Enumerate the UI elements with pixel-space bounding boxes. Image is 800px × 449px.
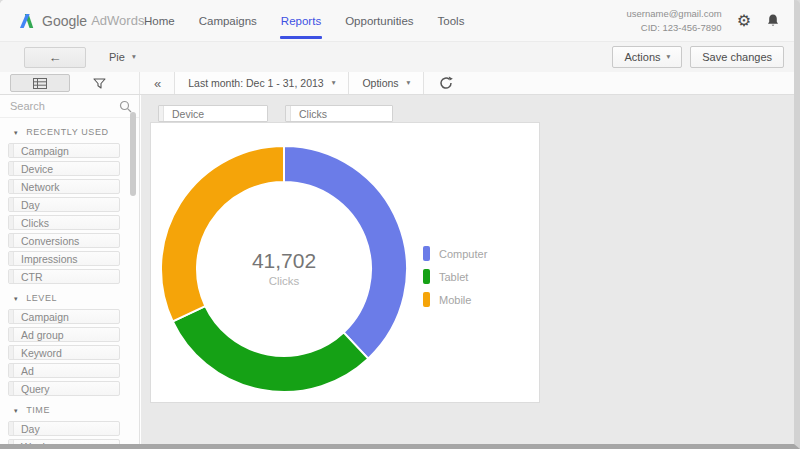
account-email: username@gmail.com bbox=[626, 7, 721, 20]
sidebar-item[interactable]: Week bbox=[8, 439, 120, 444]
sidebar-item-label: Ad group bbox=[21, 329, 64, 341]
sidebar-item[interactable]: Network bbox=[8, 179, 120, 194]
filter-funnel-button[interactable] bbox=[70, 74, 128, 92]
legend-swatch bbox=[423, 246, 430, 261]
account-cid: CID: 123-456-7890 bbox=[626, 21, 721, 34]
chevron-down-icon: ▾ bbox=[332, 79, 336, 87]
sidebar-item[interactable]: Day bbox=[8, 197, 120, 212]
section-items: Campaign Ad group Keyword Ad bbox=[0, 309, 139, 396]
nav-reports[interactable]: Reports bbox=[269, 0, 333, 41]
top-navigation-bar: Google AdWords Home Campaigns Reports Op… bbox=[0, 0, 794, 42]
donut-segment-mobile[interactable] bbox=[161, 146, 284, 321]
sidebar-scrollbar-thumb[interactable] bbox=[130, 112, 136, 196]
legend-swatch bbox=[423, 269, 430, 284]
options-label: Options bbox=[362, 77, 398, 89]
main-nav: Home Campaigns Reports Opportunities Too… bbox=[132, 0, 476, 41]
nav-tools[interactable]: Tools bbox=[426, 0, 477, 41]
sidebar-item-label: Ad bbox=[21, 365, 34, 377]
sidebar-section-level: ▾ LEVEL Campaign Ad group Keyword bbox=[0, 293, 139, 396]
nav-campaigns[interactable]: Campaigns bbox=[187, 0, 269, 41]
refresh-button[interactable] bbox=[439, 72, 453, 94]
chevron-down-icon: ▾ bbox=[407, 79, 411, 87]
sidebar-item-label: Day bbox=[21, 423, 40, 435]
chart-type-label: Pie bbox=[109, 51, 125, 63]
sidebar-item[interactable]: Campaign bbox=[8, 309, 120, 324]
actions-group: Actions ▾ Save changes bbox=[612, 46, 784, 68]
section-header-recently-used[interactable]: ▾ RECENTLY USED bbox=[14, 127, 139, 137]
sidebar-item[interactable]: Clicks bbox=[8, 215, 120, 230]
brand-google: Google bbox=[42, 13, 87, 29]
double-chevron-left-icon: « bbox=[154, 76, 161, 91]
chevron-down-icon: ▾ bbox=[132, 53, 136, 61]
sidebar-item-label: Device bbox=[21, 163, 53, 175]
save-changes-button[interactable]: Save changes bbox=[690, 46, 784, 68]
list-view-button[interactable] bbox=[10, 74, 70, 92]
actions-dropdown[interactable]: Actions ▾ bbox=[612, 46, 682, 68]
sidebar-item[interactable]: Device bbox=[8, 161, 120, 176]
back-button[interactable]: ← bbox=[24, 47, 86, 68]
sidebar-item-label: Query bbox=[21, 383, 50, 395]
report-action-bar: ← Pie ▾ Actions ▾ Save changes bbox=[0, 42, 794, 72]
collapse-panel-button[interactable]: « bbox=[154, 72, 161, 94]
refresh-icon bbox=[439, 76, 453, 90]
section-title: LEVEL bbox=[26, 293, 57, 303]
sidebar-item-label: Keyword bbox=[21, 347, 62, 359]
sidebar-item[interactable]: Day bbox=[8, 421, 120, 436]
nav-home[interactable]: Home bbox=[132, 0, 187, 41]
sidebar-item[interactable]: Ad group bbox=[8, 327, 120, 342]
legend-label: Mobile bbox=[439, 294, 471, 306]
sidebar-item[interactable]: Campaign bbox=[8, 143, 120, 158]
sidebar-item-label: Campaign bbox=[21, 145, 69, 157]
adwords-a-icon bbox=[18, 13, 35, 28]
account-info: username@gmail.com CID: 123-456-7890 bbox=[626, 7, 721, 34]
view-toggle bbox=[0, 72, 140, 94]
legend-item-computer: Computer bbox=[423, 242, 487, 265]
section-header-time[interactable]: ▾ TIME bbox=[14, 405, 139, 415]
caret-down-icon: ▾ bbox=[14, 129, 18, 136]
section-items: Campaign Device Network Day bbox=[0, 143, 139, 284]
sidebar-item[interactable]: Conversions bbox=[8, 233, 120, 248]
sidebar-item[interactable]: Keyword bbox=[8, 345, 120, 360]
donut-segment-computer[interactable] bbox=[284, 146, 407, 359]
sidebar-item-label: Day bbox=[21, 199, 40, 211]
sidebar-item[interactable]: Ad bbox=[8, 363, 120, 378]
sidebar-item-label: Campaign bbox=[21, 311, 69, 323]
sidebar-item[interactable]: Impressions bbox=[8, 251, 120, 266]
section-title: RECENTLY USED bbox=[26, 127, 109, 137]
adwords-window: Google AdWords Home Campaigns Reports Op… bbox=[0, 0, 800, 449]
chart-type-dropdown[interactable]: Pie ▾ bbox=[98, 47, 147, 68]
dimension-chip-device[interactable]: Device bbox=[158, 105, 268, 122]
table-grid-icon bbox=[33, 78, 47, 89]
sidebar-item-label: Network bbox=[21, 181, 60, 193]
nav-reports-label: Reports bbox=[281, 15, 321, 27]
funnel-icon bbox=[93, 78, 106, 89]
section-title: TIME bbox=[26, 405, 50, 415]
date-range-dropdown[interactable]: Last month: Dec 1 - 31, 2013 ▾ bbox=[174, 72, 349, 94]
nav-campaigns-label: Campaigns bbox=[199, 15, 257, 27]
legend-item-mobile: Mobile bbox=[423, 288, 487, 311]
caret-down-icon: ▾ bbox=[14, 295, 18, 302]
metric-chip-clicks[interactable]: Clicks bbox=[285, 105, 393, 122]
dimension-chip-label: Device bbox=[172, 108, 204, 120]
sidebar-item-label: Clicks bbox=[21, 217, 49, 229]
sidebar-item[interactable]: CTR bbox=[8, 269, 120, 284]
date-range-label: Last month: Dec 1 - 31, 2013 bbox=[188, 77, 323, 89]
chart-legend: ComputerTabletMobile bbox=[423, 242, 487, 311]
fields-sidebar: ▾ RECENTLY USED Campaign Device Network bbox=[0, 95, 140, 444]
nav-opportunities-label: Opportunities bbox=[345, 15, 413, 27]
donut-chart bbox=[156, 141, 412, 397]
sidebar-item[interactable]: Query bbox=[8, 381, 120, 396]
donut-segment-tablet[interactable] bbox=[173, 306, 368, 392]
legend-item-tablet: Tablet bbox=[423, 265, 487, 288]
section-header-level[interactable]: ▾ LEVEL bbox=[14, 293, 139, 303]
actions-label: Actions bbox=[624, 51, 660, 63]
notifications-bell-icon[interactable] bbox=[766, 13, 780, 28]
options-dropdown[interactable]: Options ▾ bbox=[349, 72, 424, 94]
account-area: username@gmail.com CID: 123-456-7890 ⚙ bbox=[626, 7, 780, 34]
settings-gear-icon[interactable]: ⚙ bbox=[737, 13, 751, 29]
sidebar-section-time: ▾ TIME Day Week bbox=[0, 405, 139, 444]
nav-opportunities[interactable]: Opportunities bbox=[333, 0, 425, 41]
metric-chip-label: Clicks bbox=[299, 108, 327, 120]
search-icon bbox=[119, 100, 132, 113]
sidebar-search-row bbox=[0, 95, 139, 118]
